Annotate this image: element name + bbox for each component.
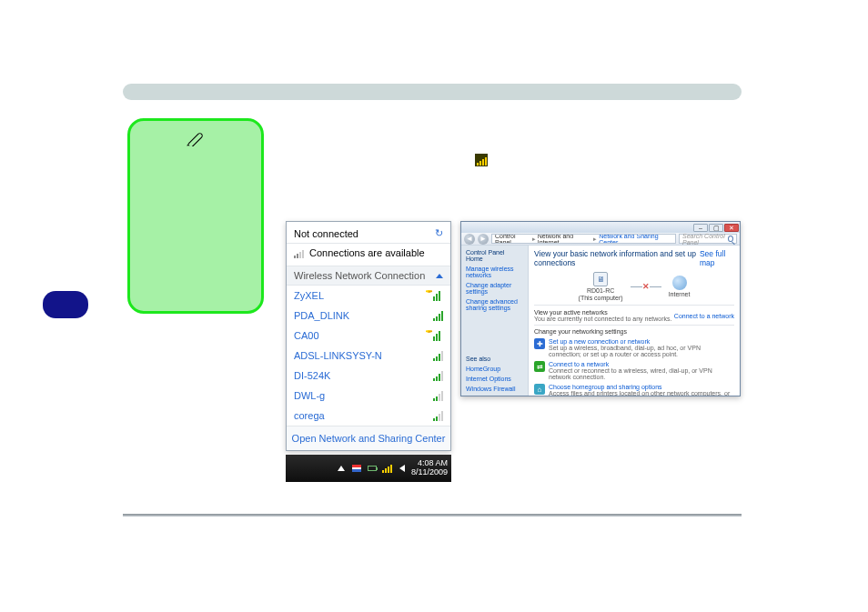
nav-forward-button[interactable]: ► xyxy=(478,234,489,245)
task-item[interactable]: ⌂ Choose homegroup and sharing options A… xyxy=(534,382,734,396)
wifi-available-row: Connections are available xyxy=(287,244,450,266)
node-this-computer: 🖥 RD01-RC (This computer) xyxy=(579,272,623,301)
signal-strength-icon xyxy=(433,390,443,401)
task-title: Set up a new connection or network xyxy=(549,338,734,345)
battery-icon[interactable] xyxy=(367,463,378,474)
wifi-section-header[interactable]: Wireless Network Connection xyxy=(287,266,450,286)
node-computer-sub: (This computer) xyxy=(579,295,623,301)
taskbar: 4:08 AM 8/11/2009 xyxy=(286,455,451,482)
sidebar-see-also-label: See also xyxy=(466,356,523,362)
taskbar-clock[interactable]: 4:08 AM 8/11/2009 xyxy=(411,459,448,477)
node-computer-name: RD01-RC xyxy=(587,287,614,294)
wifi-item[interactable]: DI-524K xyxy=(287,366,450,386)
task-item[interactable]: ✚ Set up a new connection or network Set… xyxy=(534,336,734,359)
wifi-item[interactable]: DWL-g xyxy=(287,386,450,406)
sidebar-see-also-link[interactable]: Windows Firewall xyxy=(466,386,523,392)
signal-strength-icon xyxy=(433,370,443,381)
wifi-popup-header: Not connected ↻ xyxy=(287,222,450,244)
computer-icon: 🖥 xyxy=(593,272,608,286)
nsc-body: Control Panel Home Manage wireless netwo… xyxy=(461,246,740,396)
task-desc: Set up a wireless, broadband, dial-up, a… xyxy=(549,345,701,357)
wifi-item[interactable]: PDA_DLINK xyxy=(287,306,450,326)
wifi-item-name: DI-524K xyxy=(294,370,330,381)
explorer-navbar: ◄ ► Control Panel ▸ Network and Internet… xyxy=(461,233,740,246)
breadcrumb-root: Control Panel xyxy=(495,234,530,244)
task-desc: Connect or reconnect to a wireless, wire… xyxy=(549,367,712,380)
setup-connection-icon: ✚ xyxy=(534,338,545,349)
wifi-item-name: ZyXEL xyxy=(294,290,324,301)
breadcrumb-current: Network and Sharing Center xyxy=(599,234,672,244)
shield-icon xyxy=(426,330,432,333)
network-tray-icon[interactable] xyxy=(382,464,392,473)
wifi-item[interactable]: ZyXEL xyxy=(287,286,450,306)
signal-available-icon xyxy=(294,247,304,258)
change-settings-label: Change your networking settings xyxy=(534,328,734,335)
disconnected-x-icon: ✕ xyxy=(642,283,650,291)
sidebar-see-also-link[interactable]: HomeGroup xyxy=(466,366,523,372)
search-icon xyxy=(728,236,733,242)
nav-back-button[interactable]: ◄ xyxy=(464,234,475,245)
wifi-popup: Not connected ↻ Connections are availabl… xyxy=(286,221,451,451)
task-title: Connect to a network xyxy=(549,361,734,367)
minimize-button[interactable]: – xyxy=(693,224,708,232)
window-titlebar: – ▢ ✕ xyxy=(461,222,740,233)
connect-to-network-link[interactable]: Connect to a network xyxy=(674,313,734,319)
signal-strength-icon xyxy=(433,310,443,321)
note-box xyxy=(127,118,264,314)
wifi-section-title-text: Wireless Network Connection xyxy=(294,270,425,281)
signal-strength-icon xyxy=(433,290,443,301)
wifi-item-name: ADSL-LINKSYSY-N xyxy=(294,350,382,361)
active-networks-label: View your active networks xyxy=(534,309,672,316)
breadcrumb-mid: Network and Internet xyxy=(538,234,591,244)
action-center-icon[interactable] xyxy=(351,463,362,474)
sidebar-link[interactable]: Change adapter settings xyxy=(466,282,523,295)
search-input[interactable]: Search Control Panel xyxy=(679,234,737,244)
task-desc: Access files and printers located on oth… xyxy=(549,390,730,396)
wifi-item[interactable]: corega xyxy=(287,406,450,426)
section-divider xyxy=(123,514,742,517)
volume-icon[interactable] xyxy=(397,463,408,474)
task-item[interactable]: ⇄ Connect to a network Connect or reconn… xyxy=(534,359,734,382)
wifi-item-name: CA00 xyxy=(294,330,319,341)
sidebar-link[interactable]: Change advanced sharing settings xyxy=(466,298,523,311)
wifi-tray-icon xyxy=(475,154,488,166)
nsc-page-title: View your basic network information and … xyxy=(534,249,700,267)
see-full-map-link[interactable]: See full map xyxy=(700,249,734,267)
signal-strength-icon xyxy=(433,350,443,361)
active-networks-row: View your active networks You are curren… xyxy=(534,308,734,326)
signal-strength-icon xyxy=(433,330,443,341)
signal-strength-icon xyxy=(433,410,443,421)
wifi-item[interactable]: ADSL-LINKSYSY-N xyxy=(287,346,450,366)
wifi-status-text: Not connected xyxy=(294,228,358,239)
breadcrumb-sep-icon: ▸ xyxy=(593,236,597,243)
maximize-button[interactable]: ▢ xyxy=(709,224,723,232)
node-internet: Internet xyxy=(669,276,691,297)
active-networks-status: You are currently not connected to any n… xyxy=(534,316,672,322)
task-title: Choose homegroup and sharing options xyxy=(549,384,734,390)
map-link-line: ✕ xyxy=(631,286,661,287)
connect-network-icon: ⇄ xyxy=(534,361,545,372)
close-button[interactable]: ✕ xyxy=(724,224,739,232)
pen-icon xyxy=(187,130,207,146)
sidebar-see-also-link[interactable]: Internet Options xyxy=(466,376,523,382)
section-header-pill xyxy=(123,84,742,100)
breadcrumb-sep-icon: ▸ xyxy=(532,236,536,243)
breadcrumb[interactable]: Control Panel ▸ Network and Internet ▸ N… xyxy=(491,234,676,244)
system-tray xyxy=(336,463,408,474)
shield-icon xyxy=(426,290,432,293)
homegroup-icon: ⌂ xyxy=(534,384,545,395)
wifi-item-name: DWL-g xyxy=(294,390,325,401)
open-network-center-link[interactable]: Open Network and Sharing Center xyxy=(287,426,450,450)
tray-overflow-icon[interactable] xyxy=(336,463,347,474)
nsc-page-title-row: View your basic network information and … xyxy=(534,249,734,267)
page-tag-pill xyxy=(43,291,88,318)
wifi-item[interactable]: CA00 xyxy=(287,326,450,346)
sidebar-link[interactable]: Manage wireless networks xyxy=(466,266,523,278)
globe-icon xyxy=(672,276,687,290)
refresh-icon[interactable]: ↻ xyxy=(435,227,443,239)
network-map: 🖥 RD01-RC (This computer) ✕ Internet xyxy=(534,270,734,306)
wifi-item-name: corega xyxy=(294,410,325,421)
sidebar-home[interactable]: Control Panel Home xyxy=(466,249,523,262)
taskbar-date: 8/11/2009 xyxy=(411,468,448,477)
nsc-main: View your basic network information and … xyxy=(529,246,740,396)
